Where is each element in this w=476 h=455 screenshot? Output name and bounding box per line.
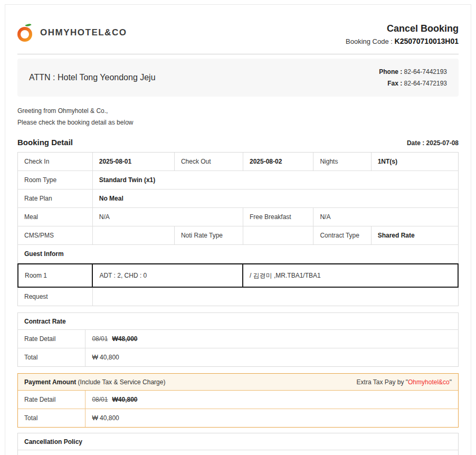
extra-tax-note: Extra Tax Pay by "Ohmyhotel&co"	[357, 378, 452, 386]
payment-rate-date: 08/01	[92, 396, 108, 403]
request-row: Request	[18, 288, 458, 306]
company-logo: OHMYHOTEL&CO	[17, 24, 127, 42]
phone-line: Phone : 82-64-7442193	[379, 66, 447, 78]
attn-box: ATTN : Hotel Tong Yeondong Jeju Phone : …	[17, 59, 459, 97]
extra-tax-payer: Ohmyhotel&co	[408, 378, 450, 386]
payment-rate-detail-label: Rate Detail	[18, 391, 85, 409]
phone-label: Phone :	[379, 68, 404, 75]
guest-inform-header-row: Guest Inform	[18, 245, 458, 263]
booking-date: Date : 2025-07-08	[407, 139, 459, 147]
request-value	[93, 288, 458, 306]
payment-title-group: Payment Amount (Include Tax & Service Ch…	[24, 378, 165, 386]
payment-amount-box: Payment Amount (Include Tax & Service Ch…	[17, 373, 459, 428]
extra-tax-prefix: Extra Tax Pay by "	[357, 378, 408, 386]
payment-total-value: ₩ 40,800	[85, 409, 458, 427]
payment-header-row: Payment Amount (Include Tax & Service Ch…	[18, 374, 458, 391]
table-row-cms: CMS/PMS Noti Rate Type Contract Type Sha…	[18, 226, 458, 245]
cancellation-body: 2025-07-07 16:54 ~ 2025-07-28 23:59₩ 0 2…	[18, 450, 458, 455]
cancellation-title: Cancellation Policy	[18, 433, 458, 450]
check-in-label: Check In	[18, 153, 93, 170]
contract-rate-detail-value: 08/01 ₩48,000	[85, 330, 458, 348]
cancellation-header-row: Cancellation Policy	[18, 433, 458, 450]
payment-rate-amount: ₩40,800	[112, 396, 137, 403]
greeting-line-1: Greeting from Ohmyhotel & Co.,	[17, 105, 459, 117]
contract-rate-detail-row: Rate Detail 08/01 ₩48,000	[18, 330, 458, 348]
contract-rate-header-row: Contract Rate	[18, 313, 458, 330]
greeting: Greeting from Ohmyhotel & Co., Please ch…	[17, 105, 459, 128]
contract-total-value: ₩ 40,800	[85, 348, 458, 366]
greeting-line-2: Please check the booking detail as below	[17, 117, 459, 128]
cancel-booking-title: Cancel Booking	[346, 22, 459, 35]
check-out-label: Check Out	[175, 153, 243, 170]
guest-room-row: Room 1 ADT : 2, CHD : 0 / 김경미 ,MR.TBA1/T…	[17, 263, 459, 288]
payment-rate-detail-row: Rate Detail 08/01 ₩40,800	[18, 391, 458, 409]
table-row-meal: Meal N/A Free Breakfast N/A	[18, 208, 458, 226]
noti-rate-type-label: Noti Rate Type	[175, 226, 243, 244]
meal-label: Meal	[18, 208, 93, 226]
contract-type-value: Shared Rate	[372, 226, 458, 244]
booking-detail-header: Booking Detail Date : 2025-07-08	[17, 138, 459, 147]
cms-pms-value	[93, 226, 175, 244]
fax-label: Fax :	[387, 80, 404, 87]
orange-ring-icon	[17, 27, 32, 42]
table-row-room-type: Room Type Standard Twin (x1)	[18, 171, 458, 189]
table-row-dates: Check In 2025-08-01 Check Out 2025-08-02…	[18, 153, 458, 171]
room1-occupancy: ADT : 2, CHD : 0	[93, 264, 243, 287]
nights-value: 1NT(s)	[372, 153, 458, 170]
header-right: Cancel Booking Booking Code : K250707100…	[346, 22, 459, 45]
room1-guests: / 김경미 ,MR.TBA1/TBA1	[243, 264, 458, 287]
cancellation-policy-box: Cancellation Policy 2025-07-07 16:54 ~ 2…	[17, 433, 459, 455]
extra-tax-suffix: "	[450, 378, 452, 386]
booking-code-value: K25070710013H01	[395, 37, 459, 45]
booking-code: Booking Code : K25070710013H01	[346, 37, 459, 45]
check-in-value: 2025-08-01	[93, 153, 175, 170]
contract-total-label: Total	[18, 348, 85, 366]
contract-total-row: Total ₩ 40,800	[18, 348, 458, 366]
contract-rate-date: 08/01	[92, 335, 108, 343]
fax-line: Fax : 82-64-7472193	[379, 78, 447, 89]
noti-rate-type-value	[243, 226, 313, 244]
room-type-label: Room Type	[18, 171, 93, 189]
attn-contacts: Phone : 82-64-7442193 Fax : 82-64-747219…	[379, 66, 447, 89]
payment-total-row: Total ₩ 40,800	[18, 409, 458, 427]
table-row-rate-plan: Rate Plan No Meal	[18, 189, 458, 208]
phone-value: 82-64-7442193	[404, 68, 447, 75]
request-label: Request	[18, 288, 93, 306]
guest-inform-label: Guest Inform	[18, 245, 458, 263]
cms-pms-label: CMS/PMS	[18, 226, 93, 244]
document-header: OHMYHOTEL&CO Cancel Booking Booking Code…	[17, 20, 459, 45]
room-type-value: Standard Twin (x1)	[93, 171, 458, 189]
contract-rate-detail-label: Rate Detail	[18, 330, 85, 348]
document-page: OHMYHOTEL&CO Cancel Booking Booking Code…	[5, 4, 471, 455]
payment-subtitle: (Include Tax & Service Charge)	[76, 378, 165, 386]
ohmyhotel-logo-icon	[17, 24, 35, 42]
booking-code-label: Booking Code :	[346, 37, 395, 45]
booking-detail-title: Booking Detail	[17, 138, 73, 147]
nights-label: Nights	[313, 153, 371, 170]
free-breakfast-value: N/A	[313, 208, 458, 226]
contract-rate-box: Contract Rate Rate Detail 08/01 ₩48,000 …	[17, 312, 459, 367]
free-breakfast-label: Free Breakfast	[243, 208, 313, 226]
payment-total-label: Total	[18, 409, 85, 427]
contract-rate-amount: ₩48,000	[112, 335, 137, 343]
fax-value: 82-64-7472193	[404, 80, 447, 87]
contract-type-label: Contract Type	[313, 226, 371, 244]
contract-rate-title: Contract Rate	[18, 313, 458, 329]
check-out-value: 2025-08-02	[243, 153, 313, 170]
logo-text: OHMYHOTEL&CO	[40, 27, 127, 38]
rate-plan-label: Rate Plan	[18, 189, 93, 207]
attn-title: ATTN : Hotel Tong Yeondong Jeju	[29, 73, 156, 82]
room1-label: Room 1	[18, 264, 93, 287]
payment-title: Payment Amount	[24, 378, 76, 386]
payment-rate-detail-value: 08/01 ₩40,800	[85, 391, 458, 409]
rate-plan-value: No Meal	[93, 189, 458, 207]
header-divider	[17, 54, 459, 54]
meal-value: N/A	[93, 208, 243, 226]
booking-detail-table: Check In 2025-08-01 Check Out 2025-08-02…	[17, 152, 459, 306]
